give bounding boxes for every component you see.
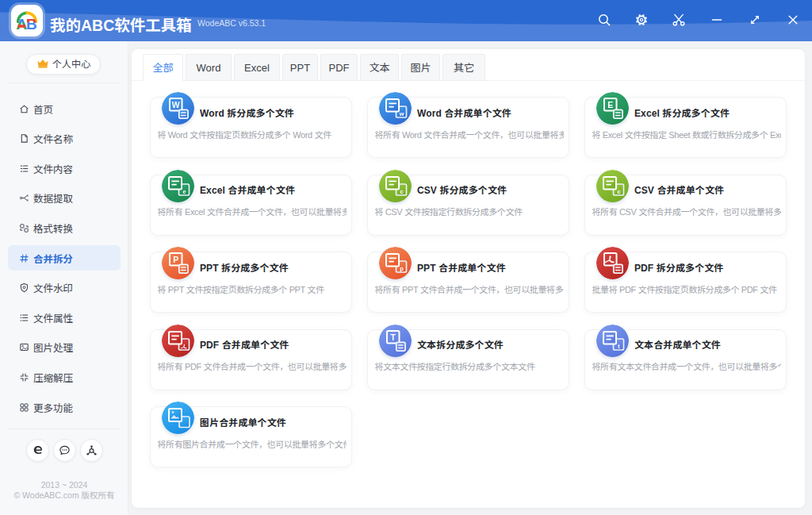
svg-text:p: p (400, 265, 404, 272)
svg-text:T: T (391, 332, 396, 341)
svg-text:W: W (172, 100, 180, 110)
svg-text:E: E (607, 100, 613, 110)
svg-text:e: e (183, 188, 186, 195)
svg-text:P: P (173, 255, 178, 264)
svg-text:c: c (400, 188, 404, 195)
svg-text:w: w (399, 110, 404, 117)
svg-text:c: c (618, 188, 621, 195)
